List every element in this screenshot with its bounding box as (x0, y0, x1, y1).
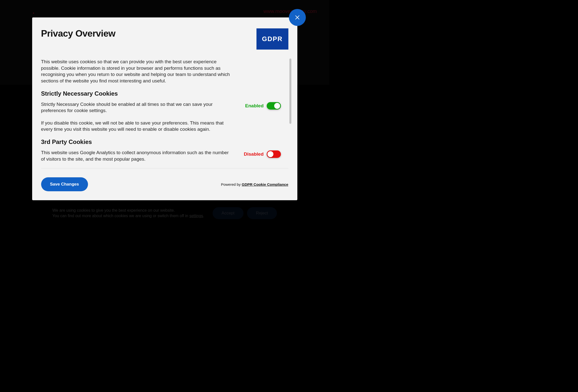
scrollbar-track[interactable] (289, 59, 291, 168)
close-icon (294, 14, 300, 20)
save-button[interactable]: Save Changes (41, 177, 88, 191)
section-3rd-party: 3rd Party Cookies This website uses Goog… (41, 138, 281, 162)
powered-by: Powered by GDPR Cookie Compliance (221, 182, 288, 187)
gdpr-badge: GDPR (256, 28, 288, 50)
modal-body: This website uses cookies so that we can… (41, 59, 288, 162)
toggle-knob (267, 151, 273, 157)
toggle-3rdparty[interactable] (267, 150, 281, 158)
section-strictly-necessary: Strictly Necessary Cookies Strictly Nece… (41, 90, 281, 133)
toggle-block-necessary: Enabled (245, 102, 281, 110)
powered-prefix: Powered by (221, 182, 242, 187)
toggle-block-3rdparty: Disabled (244, 150, 281, 158)
modal-footer: Save Changes Powered by GDPR Cookie Comp… (41, 177, 288, 191)
toggle-necessary[interactable] (267, 102, 281, 110)
section-heading: Strictly Necessary Cookies (41, 90, 281, 97)
section-p1: Strictly Necessary Cookie should be enab… (41, 101, 233, 114)
modal-header: Privacy Overview GDPR (41, 28, 288, 50)
section-p1: This website uses Google Analytics to co… (41, 149, 233, 162)
toggle-label: Enabled (245, 103, 264, 109)
modal-title: Privacy Overview (41, 28, 116, 39)
section-heading: 3rd Party Cookies (41, 138, 281, 145)
close-button[interactable] (289, 9, 306, 26)
divider (41, 168, 288, 168)
intro-text: This website uses cookies so that we can… (41, 59, 233, 84)
toggle-label: Disabled (244, 151, 263, 157)
privacy-modal: Privacy Overview GDPR This website uses … (32, 17, 297, 200)
scrollbar-thumb[interactable] (289, 59, 291, 124)
powered-link[interactable]: GDPR Cookie Compliance (242, 182, 288, 187)
toggle-knob (274, 103, 280, 109)
section-p2: If you disable this cookie, we will not … (41, 120, 233, 132)
